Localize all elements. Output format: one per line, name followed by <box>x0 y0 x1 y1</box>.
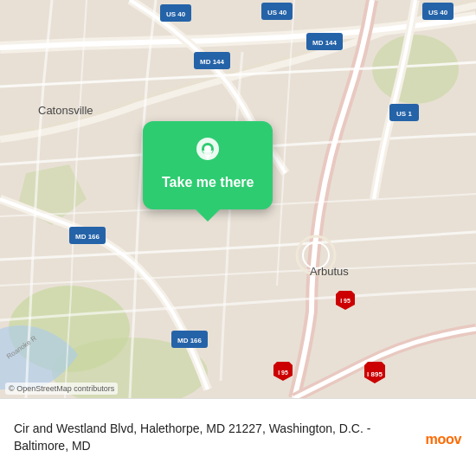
svg-text:US 40: US 40 <box>428 9 448 16</box>
svg-text:Arbutus: Arbutus <box>310 265 349 278</box>
svg-text:moovit: moovit <box>425 430 462 446</box>
svg-text:US 40: US 40 <box>267 9 287 16</box>
moovit-logo: moovit <box>424 424 462 452</box>
tooltip-label: Take me there <box>162 175 254 190</box>
info-bar: Cir and Westland Blvd, Halethorpe, MD 21… <box>0 398 476 476</box>
svg-text:US 40: US 40 <box>166 10 186 18</box>
address-line: Cir and Westland Blvd, Halethorpe, MD 21… <box>14 421 414 454</box>
svg-text:US 1: US 1 <box>396 110 412 118</box>
svg-point-3 <box>372 35 459 104</box>
svg-text:MD 166: MD 166 <box>177 337 203 344</box>
moovit-logo-svg: moovit <box>424 424 462 452</box>
svg-text:I 95: I 95 <box>340 298 351 304</box>
take-me-there-button[interactable]: Take me there <box>143 121 273 209</box>
svg-text:Catonsville: Catonsville <box>38 104 93 117</box>
osm-attribution: © OpenStreetMap contributors <box>5 383 118 395</box>
svg-text:MD 166: MD 166 <box>75 233 100 241</box>
svg-text:MD 144: MD 144 <box>312 39 338 47</box>
map-container: US 40 US 40 US 40 MD 144 MD 144 US 1 MD … <box>0 0 476 398</box>
svg-text:MD 144: MD 144 <box>200 58 225 66</box>
location-pin-icon <box>192 137 223 168</box>
address-info: Cir and Westland Blvd, Halethorpe, MD 21… <box>14 421 414 454</box>
svg-text:I 895: I 895 <box>367 370 383 378</box>
svg-text:I 95: I 95 <box>278 370 288 376</box>
